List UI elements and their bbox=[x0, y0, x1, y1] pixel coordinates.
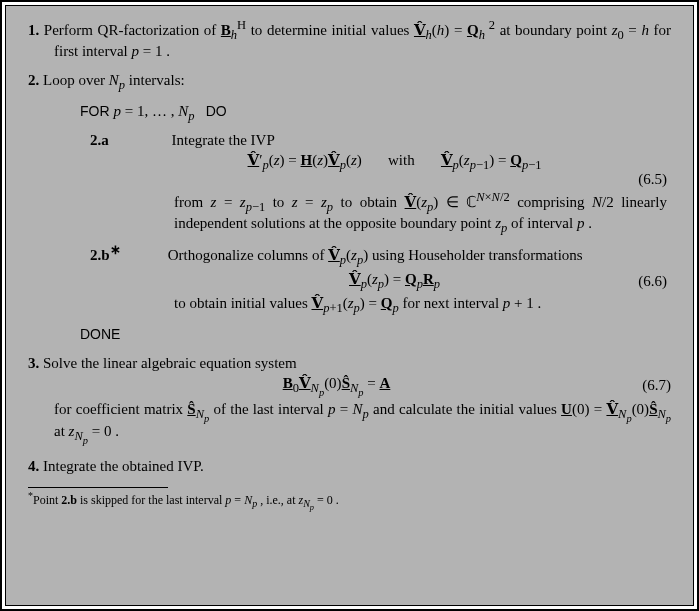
for-line: FOR p = 1, … , Np DO bbox=[80, 103, 671, 124]
step-2b: 2.b∗ Orthogonalize columns of V̂p(zp) us… bbox=[132, 242, 667, 316]
step-2a-text: Integrate the IVP bbox=[172, 132, 275, 148]
inner-steps: 2.a Integrate the IVP V̂′p(z) = H(z)V̂p(… bbox=[104, 132, 667, 316]
eq-6-7-math: B0V̂Np(0)ŜNp = A bbox=[54, 374, 619, 398]
step-3-after: for coefficient matrix ŜNp of the last i… bbox=[54, 400, 671, 446]
footnote: *Point 2.b is skipped for the last inter… bbox=[28, 490, 671, 512]
step-1-text: Perform QR-factorization of BhH to deter… bbox=[44, 22, 671, 59]
eq-6-7: B0V̂Np(0)ŜNp = A (6.7) bbox=[54, 374, 671, 398]
step-3-num: 3. bbox=[28, 355, 39, 371]
eq-6-5-math: V̂′p(z) = H(z)V̂p(z) with V̂p(zp−1) = Qp… bbox=[174, 151, 615, 173]
step-2a-after: from z = zp−1 to z = zp to obtain V̂(zp)… bbox=[174, 190, 667, 236]
step-3-text: Solve the linear algebraic equation syst… bbox=[43, 355, 297, 371]
eq-6-5: V̂′p(z) = H(z)V̂p(z) with V̂p(zp−1) = Qp… bbox=[174, 151, 667, 173]
for-expr: p = 1, … , Np bbox=[113, 103, 201, 119]
step-2-text: Loop over Np intervals: bbox=[43, 72, 185, 88]
done-keyword: DONE bbox=[80, 326, 120, 342]
step-4-text: Integrate the obtained IVP. bbox=[43, 458, 204, 474]
step-2b-label: 2.b∗ bbox=[132, 242, 164, 264]
step-2a-label: 2.a bbox=[132, 132, 164, 149]
eq-6-6: V̂p(zp) = QpRp (6.6) bbox=[174, 270, 667, 292]
step-3: 3. Solve the linear algebraic equation s… bbox=[28, 355, 671, 446]
step-2-num: 2. bbox=[28, 72, 39, 88]
outer-frame: 1. Perform QR-factorization of BhH to de… bbox=[0, 0, 699, 611]
step-1-num: 1. bbox=[28, 22, 39, 38]
step-2b-text: Orthogonalize columns of V̂p(zp) using H… bbox=[168, 247, 583, 263]
step-2: 2. Loop over Np intervals: FOR p = 1, … … bbox=[28, 72, 671, 343]
eq-6-6-math: V̂p(zp) = QpRp bbox=[174, 270, 615, 292]
algorithm-steps: 1. Perform QR-factorization of BhH to de… bbox=[28, 18, 671, 475]
eq-6-5-number: (6.5) bbox=[615, 171, 667, 188]
for-keyword: FOR bbox=[80, 103, 113, 119]
step-1: 1. Perform QR-factorization of BhH to de… bbox=[28, 18, 671, 60]
step-2a: 2.a Integrate the IVP V̂′p(z) = H(z)V̂p(… bbox=[132, 132, 667, 236]
do-keyword: DO bbox=[206, 103, 227, 119]
step-2b-after: to obtain initial values V̂p+1(zp) = Qp … bbox=[174, 294, 667, 316]
footnote-rule bbox=[28, 487, 168, 488]
eq-6-6-num: (6.6) bbox=[615, 273, 667, 290]
step-4-num: 4. bbox=[28, 458, 39, 474]
done-line: DONE bbox=[80, 326, 671, 343]
eq-6-7-num: (6.7) bbox=[619, 377, 671, 394]
step-4: 4. Integrate the obtained IVP. bbox=[28, 458, 671, 475]
algorithm-box: 1. Perform QR-factorization of BhH to de… bbox=[5, 5, 694, 606]
